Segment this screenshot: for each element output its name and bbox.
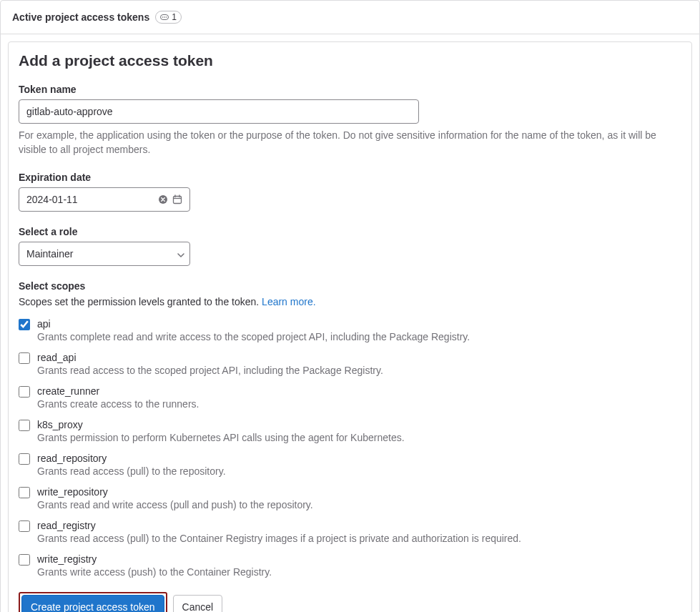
scope-name: read_api bbox=[37, 351, 681, 364]
token-name-input[interactable] bbox=[19, 99, 419, 124]
clear-date-button[interactable] bbox=[157, 193, 169, 206]
role-select-wrap: Maintainer bbox=[19, 242, 190, 266]
cancel-button[interactable]: Cancel bbox=[173, 595, 223, 612]
scope-desc: Grants read and write access (pull and p… bbox=[37, 498, 681, 512]
scope-checkbox-api[interactable] bbox=[19, 319, 30, 330]
create-token-button[interactable]: Create project access token bbox=[21, 595, 164, 612]
token-count-value: 1 bbox=[172, 12, 177, 22]
scope-name: read_registry bbox=[37, 519, 681, 532]
scope-desc: Grants complete read and write access to… bbox=[37, 330, 681, 344]
token-count-badge: 1 bbox=[155, 11, 182, 24]
svg-point-2 bbox=[164, 16, 165, 18]
scope-name: k8s_proxy bbox=[37, 418, 681, 431]
clear-icon bbox=[158, 194, 168, 204]
scope-item-k8s_proxy: k8s_proxyGrants permission to perform Ku… bbox=[19, 418, 681, 445]
scope-checkbox-write_repository[interactable] bbox=[19, 487, 30, 498]
scope-checkbox-read_api[interactable] bbox=[19, 352, 30, 364]
role-field: Select a role Maintainer bbox=[19, 226, 681, 266]
scope-item-read_registry: read_registryGrants read access (pull) t… bbox=[19, 519, 681, 546]
learn-more-link[interactable]: Learn more. bbox=[262, 296, 315, 307]
create-button-highlight: Create project access token bbox=[19, 592, 167, 612]
scope-desc: Grants permission to perform Kubernetes … bbox=[37, 431, 681, 445]
scope-checkbox-read_repository[interactable] bbox=[19, 453, 30, 465]
scope-name: create_runner bbox=[37, 385, 681, 398]
scope-checkbox-read_registry[interactable] bbox=[19, 520, 30, 532]
scope-desc: Grants read access to the scoped project… bbox=[37, 364, 681, 377]
role-label: Select a role bbox=[19, 226, 681, 237]
scope-item-create_runner: create_runnerGrants create access to the… bbox=[19, 385, 681, 411]
token-name-help: For example, the application using the t… bbox=[19, 128, 681, 157]
scope-checkbox-k8s_proxy[interactable] bbox=[19, 420, 30, 431]
scopes-list: apiGrants complete read and write access… bbox=[19, 317, 681, 580]
svg-point-1 bbox=[162, 16, 164, 18]
scope-item-write_repository: write_repositoryGrants read and write ac… bbox=[19, 485, 681, 512]
role-select[interactable]: Maintainer bbox=[19, 242, 190, 266]
svg-rect-5 bbox=[174, 196, 182, 203]
scopes-field: Select scopes Scopes set the permission … bbox=[19, 280, 681, 580]
expiration-field: Expiration date bbox=[19, 172, 681, 212]
calendar-icon bbox=[172, 194, 182, 204]
active-tokens-title: Active project access tokens bbox=[12, 11, 149, 23]
scope-desc: Grants read access (pull) to the Contain… bbox=[37, 532, 681, 546]
scope-name: write_repository bbox=[37, 485, 681, 498]
expiration-input-wrap bbox=[19, 187, 190, 212]
scope-name: write_registry bbox=[37, 553, 681, 566]
add-token-card: Add a project access token Token name Fo… bbox=[8, 41, 692, 612]
scope-desc: Grants write access (push) to the Contai… bbox=[37, 566, 681, 579]
svg-point-3 bbox=[166, 16, 167, 18]
scope-desc: Grants create access to the runners. bbox=[37, 398, 681, 411]
scope-name: read_repository bbox=[37, 452, 681, 465]
scope-item-read_api: read_apiGrants read access to the scoped… bbox=[19, 351, 681, 377]
scope-desc: Grants read access (pull) to the reposit… bbox=[37, 465, 681, 478]
form-title: Add a project access token bbox=[19, 52, 681, 69]
form-actions: Create project access token Cancel bbox=[19, 592, 681, 612]
scopes-label: Select scopes bbox=[19, 280, 681, 292]
scopes-description: Scopes set the permission levels granted… bbox=[19, 296, 681, 307]
token-icon bbox=[160, 14, 169, 20]
expiration-label: Expiration date bbox=[19, 172, 681, 183]
token-name-label: Token name bbox=[19, 84, 681, 95]
expiration-input[interactable] bbox=[26, 194, 155, 205]
scope-name: api bbox=[37, 317, 681, 330]
token-name-field: Token name For example, the application … bbox=[19, 84, 681, 157]
active-tokens-header[interactable]: Active project access tokens 1 bbox=[1, 1, 699, 34]
scope-item-write_registry: write_registryGrants write access (push)… bbox=[19, 553, 681, 579]
page-container: Active project access tokens 1 Add a pro… bbox=[0, 0, 700, 612]
scope-item-read_repository: read_repositoryGrants read access (pull)… bbox=[19, 452, 681, 478]
scope-item-api: apiGrants complete read and write access… bbox=[19, 317, 681, 344]
calendar-button[interactable] bbox=[171, 193, 184, 206]
scope-checkbox-write_registry[interactable] bbox=[19, 554, 30, 566]
scope-checkbox-create_runner[interactable] bbox=[19, 386, 30, 398]
